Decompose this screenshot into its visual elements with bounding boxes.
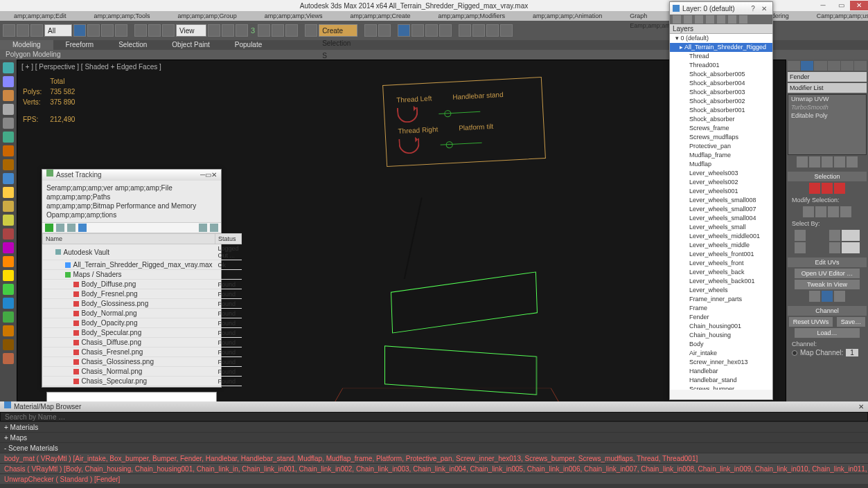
layer-node[interactable]: Lever_wheels_small008 — [670, 196, 772, 205]
layer-node[interactable]: Handlebar_stand — [670, 376, 772, 385]
layer-node[interactable]: Lever_wheels_front — [670, 259, 772, 268]
object-name[interactable]: Fender — [788, 72, 867, 82]
tool-spinner-snap[interactable] — [285, 24, 298, 37]
layer-node[interactable]: Lever_wheels003 — [670, 169, 772, 178]
tab-modify[interactable] — [801, 61, 813, 71]
layer-node[interactable]: Lever_wheels_small — [670, 223, 772, 232]
layer-node[interactable]: Mudflap_frame — [670, 151, 772, 160]
menu-item[interactable]: amp;amp;amp;Edit — [0, 11, 80, 21]
layer-node[interactable]: Lever_wheels001 — [670, 187, 772, 196]
layer-node[interactable]: Thread — [670, 52, 772, 61]
remove-mod[interactable] — [834, 156, 845, 168]
load-uvw[interactable]: Load… — [795, 328, 860, 338]
tool-undo[interactable] — [3, 24, 15, 37]
snap-3-icon[interactable]: 3 — [249, 26, 256, 35]
selby-spin2[interactable] — [842, 242, 860, 253]
minimize-button[interactable]: ─ — [814, 1, 832, 10]
layer-node[interactable]: Shock_absorber002 — [670, 97, 772, 106]
tool-move[interactable] — [134, 24, 147, 37]
layer-hl[interactable] — [717, 15, 725, 24]
menu-item[interactable]: amp;amp;amp;Tools — [80, 11, 164, 21]
left-tool[interactable] — [3, 62, 14, 73]
layer-node[interactable]: Frame — [670, 304, 772, 313]
tool-render-prod[interactable] — [500, 24, 513, 37]
tool-select[interactable] — [73, 24, 86, 37]
tool-layers[interactable] — [398, 24, 410, 37]
modifier-stack[interactable]: Unwrap UVW TurboSmooth Editable Poly — [788, 94, 867, 155]
layer-node[interactable]: Protective_pan — [670, 142, 772, 151]
selby-4[interactable] — [829, 242, 840, 253]
rollout-edituv[interactable]: Edit UVs — [788, 257, 867, 267]
loop[interactable] — [840, 206, 851, 217]
layer-node[interactable]: Shock_absorber — [670, 115, 772, 124]
left-tool[interactable] — [3, 145, 14, 156]
layer-node[interactable]: Lever_wheels_small004 — [670, 214, 772, 223]
menu-item[interactable]: Camp;amp;amp;ustomize — [803, 11, 868, 21]
filter-dropdown[interactable]: All — [44, 24, 72, 37]
at-b4[interactable] — [199, 224, 207, 232]
asset-row[interactable]: Body_Glossiness.pngFound — [43, 299, 242, 309]
reset-uvw[interactable]: Reset UVWs — [789, 317, 833, 327]
layer-node[interactable]: Shock_absorber003 — [670, 88, 772, 97]
left-tool[interactable] — [3, 325, 14, 336]
mat-chasis[interactable]: Chasis ( VRayMtl ) [Body, Chain_housing,… — [0, 463, 868, 473]
tool-select-name[interactable] — [87, 24, 100, 37]
mapch-value[interactable]: 1 — [846, 349, 858, 356]
asset-menu-3[interactable]: Opamp;amp;amp;tions — [46, 210, 217, 219]
mat-scene[interactable]: - Scene Materials — [0, 442, 868, 453]
asset-row[interactable]: Body_Normal.pngFound — [43, 309, 242, 318]
layer-node[interactable]: Thread001 — [670, 61, 772, 70]
at-b1[interactable] — [56, 224, 64, 232]
left-tool[interactable] — [3, 201, 14, 212]
menu-item[interactable]: amp;amp;amp;Animation — [519, 11, 616, 21]
layer-node[interactable]: Frame_inner_parts — [670, 295, 772, 304]
layer-add[interactable] — [695, 15, 703, 24]
selby-spin[interactable] — [842, 230, 860, 241]
close-button[interactable]: ✕ — [850, 1, 868, 10]
tab-display[interactable] — [841, 61, 853, 71]
mat-search[interactable] — [1, 413, 867, 422]
left-tool[interactable] — [3, 90, 14, 101]
at-b2[interactable] — [67, 224, 76, 232]
asset-menus[interactable]: Seramp;amp;amp;ver amp;amp;amp;File amp;… — [42, 181, 221, 222]
layer-hide[interactable] — [728, 15, 736, 24]
tool-angle-snap[interactable] — [258, 24, 270, 37]
asset-row[interactable]: Chasis_Specular.pngFound — [43, 377, 242, 386]
asset-row[interactable]: Body_Diffuse.pngFound — [43, 280, 242, 289]
tool-snap[interactable] — [236, 24, 248, 37]
left-tool[interactable] — [3, 228, 14, 240]
left-tool[interactable] — [3, 256, 14, 267]
layer-node[interactable]: Screws_mudflaps — [670, 133, 772, 142]
asset-menu-2[interactable]: amp;amp;amp;Bitmap Performance and Memor… — [46, 201, 217, 210]
tool-select-paint[interactable] — [115, 24, 127, 37]
selby-2[interactable] — [829, 230, 840, 241]
menu-item[interactable]: amp;amp;amp;Create — [337, 11, 425, 21]
layer-node[interactable]: Lever_wheels_small007 — [670, 205, 772, 214]
left-tool[interactable] — [3, 159, 14, 170]
tool-material-editor[interactable] — [439, 24, 452, 37]
tool-scale[interactable] — [162, 24, 175, 37]
tool-manip[interactable] — [222, 24, 234, 37]
ribbon-tab[interactable]: Populate — [222, 40, 274, 50]
mat-materials[interactable]: + Materials — [0, 422, 868, 432]
left-tool[interactable] — [3, 76, 14, 87]
left-tool[interactable] — [3, 187, 14, 198]
tool-named-sel[interactable] — [305, 24, 317, 37]
asset-row[interactable]: Maps / Shaders — [43, 270, 242, 280]
left-tool[interactable] — [3, 118, 14, 129]
menu-item[interactable]: amp;amp;amp;Views — [251, 11, 337, 21]
layer-node[interactable]: ▾ 0 (default) — [670, 34, 772, 43]
asset-menu-1[interactable]: Seramp;amp;amp;ver amp;amp;amp;File amp;… — [46, 183, 217, 201]
tab-utilities[interactable] — [854, 61, 867, 71]
modifier-list[interactable]: Modifier List — [788, 83, 867, 93]
at-b5[interactable] — [210, 224, 218, 232]
left-tool[interactable] — [3, 132, 14, 143]
mat-maps[interactable]: + Maps — [0, 432, 868, 442]
asset-min[interactable]: ─ — [200, 170, 205, 181]
layer-help[interactable]: ? — [747, 5, 759, 12]
layer-node[interactable]: Mudflap — [670, 160, 772, 169]
menu-item[interactable]: amp;amp;amp;Group — [164, 11, 251, 21]
asset-row[interactable]: Body_Opacity.pngFound — [43, 318, 242, 328]
layer-sel[interactable] — [706, 15, 714, 24]
uv-2[interactable] — [822, 291, 833, 302]
